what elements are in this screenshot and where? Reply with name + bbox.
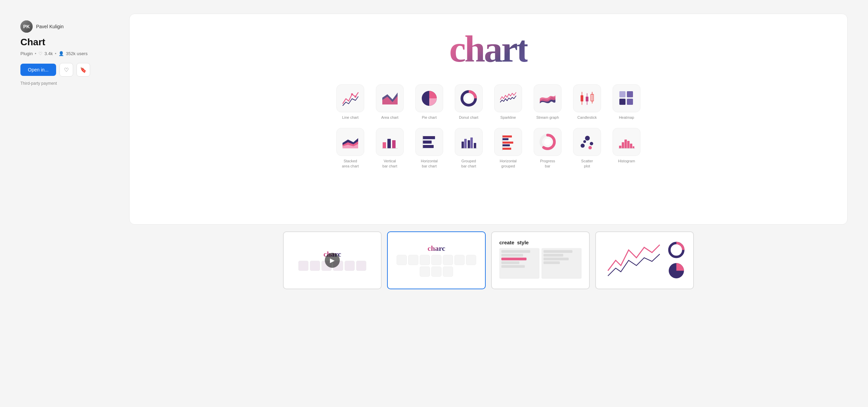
chart-icons-grid: Line chart Area chart <box>150 84 827 168</box>
stacked-area-icon <box>341 133 360 151</box>
area-chart-label: Area chart <box>381 115 399 120</box>
svg-point-44 <box>585 136 590 141</box>
cs-create-text: create <box>499 240 514 245</box>
likes-count: 3.4k <box>45 51 53 56</box>
stream-graph-box <box>534 84 562 112</box>
svg-point-47 <box>588 146 592 149</box>
line-chart-label: Line chart <box>342 115 358 120</box>
thumbnail-create-style[interactable]: create style <box>491 231 590 289</box>
grouped-bar-item: Groupedbar chart <box>452 128 486 168</box>
horizontal-grouped-icon <box>499 133 517 151</box>
svg-rect-35 <box>502 138 508 140</box>
progress-bar-item: Progressbar <box>531 128 565 168</box>
main-content: chart Line chart <box>129 14 848 289</box>
grouped-bar-box <box>455 128 483 156</box>
svg-point-45 <box>590 142 593 145</box>
avatar-image: PK <box>20 20 33 33</box>
scatter-plot-label: Scatterplot <box>581 159 593 168</box>
sparkline-item: Sparkline <box>491 84 525 120</box>
histogram-label: Histogram <box>618 159 635 163</box>
line-chart-icon <box>341 89 360 108</box>
svg-rect-50 <box>624 140 627 148</box>
thumb-charts-content <box>599 235 690 285</box>
thumbnail-video[interactable]: charc ▶ <box>283 231 382 289</box>
thumb-line-preview <box>603 240 664 281</box>
chart-icons-row-1: Line chart Area chart <box>150 84 827 120</box>
candlestick-icon <box>578 89 596 108</box>
person-icon: 👤 <box>59 51 64 56</box>
svg-rect-51 <box>627 141 630 148</box>
horizontal-bar-icon <box>420 133 438 151</box>
heatmap-box <box>613 84 640 112</box>
cs-panels <box>499 248 582 279</box>
cs-style-text: style <box>517 240 529 245</box>
sparkline-icon <box>499 89 517 108</box>
thumb-pie-group <box>667 241 686 280</box>
plugin-type: Plugin <box>20 51 33 56</box>
line-chart-box <box>336 84 364 112</box>
line-chart-item: Line chart <box>333 84 367 120</box>
donut-chart-box <box>455 84 483 112</box>
thumbnail-charts[interactable] <box>595 231 694 289</box>
horizontal-grouped-box <box>494 128 522 156</box>
svg-point-43 <box>581 144 585 148</box>
thumbnails-row: charc ▶ charc <box>129 231 848 289</box>
stacked-area-box <box>336 128 364 156</box>
heatmap-label: Heatmap <box>619 115 634 120</box>
bookmark-btn-icon: 🔖 <box>80 67 87 73</box>
plugin-title: Chart <box>20 37 129 48</box>
svg-rect-52 <box>630 144 632 148</box>
horizontal-bar-label: Horizontalbar chart <box>421 159 438 168</box>
pie-chart-box <box>415 84 443 112</box>
svg-rect-30 <box>468 140 470 148</box>
vertical-bar-box <box>376 128 404 156</box>
vertical-bar-icon <box>381 133 399 151</box>
horizontal-bar-box <box>415 128 443 156</box>
candlestick-label: Candlestick <box>578 115 597 120</box>
svg-rect-36 <box>502 142 513 144</box>
svg-rect-16 <box>627 99 633 105</box>
thumbnail-main-inner: charc <box>388 232 485 289</box>
progress-bar-box <box>534 128 562 156</box>
cs-header: create style <box>499 240 582 245</box>
heart-icon: ♡ <box>38 51 43 56</box>
pie-chart-icon <box>420 89 438 108</box>
thumb-main-icons <box>394 255 479 277</box>
svg-rect-26 <box>423 145 434 148</box>
thumb-main-title: charc <box>428 244 445 253</box>
plugin-meta: Plugin • ♡ 3.4k • 👤 352k users <box>20 51 129 56</box>
bookmark-button[interactable]: 🔖 <box>77 63 90 77</box>
author-name: Pavel Kuligin <box>36 24 64 29</box>
svg-rect-20 <box>383 142 386 148</box>
vertical-bar-label: Verticalbar chart <box>382 159 397 168</box>
svg-rect-10 <box>586 97 588 101</box>
heatmap-item: Heatmap <box>610 84 644 120</box>
svg-rect-38 <box>502 148 511 150</box>
svg-point-0 <box>351 93 353 95</box>
histogram-item: Histogram <box>610 128 644 168</box>
cs-left-panel <box>499 248 539 279</box>
thumb-sparkline-svg <box>603 240 664 281</box>
favorite-button[interactable]: ♡ <box>60 63 73 77</box>
avatar: PK <box>20 20 33 33</box>
play-button[interactable]: ▶ <box>325 253 340 268</box>
users-count: 352k users <box>66 51 88 56</box>
scatter-plot-box <box>573 128 601 156</box>
pie-chart-item: Pie chart <box>412 84 446 120</box>
stacked-area-label: Stackedarea chart <box>342 159 359 168</box>
open-in-button[interactable]: Open in... <box>20 64 56 76</box>
svg-rect-49 <box>622 142 624 148</box>
progress-bar-label: Progressbar <box>540 159 555 168</box>
scatter-plot-item: Scatterplot <box>570 128 604 168</box>
svg-point-46 <box>583 140 586 143</box>
svg-rect-24 <box>423 136 435 139</box>
candlestick-item: Candlestick <box>570 84 604 120</box>
histogram-box <box>613 128 640 156</box>
heatmap-icon <box>617 89 636 108</box>
svg-rect-28 <box>462 142 464 148</box>
svg-rect-15 <box>619 99 625 105</box>
donut-chart-item: Donut chart <box>452 84 486 120</box>
horizontal-grouped-item: Horizontalgrouped <box>491 128 525 168</box>
thumbnail-main[interactable]: charc <box>387 231 486 289</box>
actions-row: Open in... ♡ 🔖 <box>20 63 129 77</box>
